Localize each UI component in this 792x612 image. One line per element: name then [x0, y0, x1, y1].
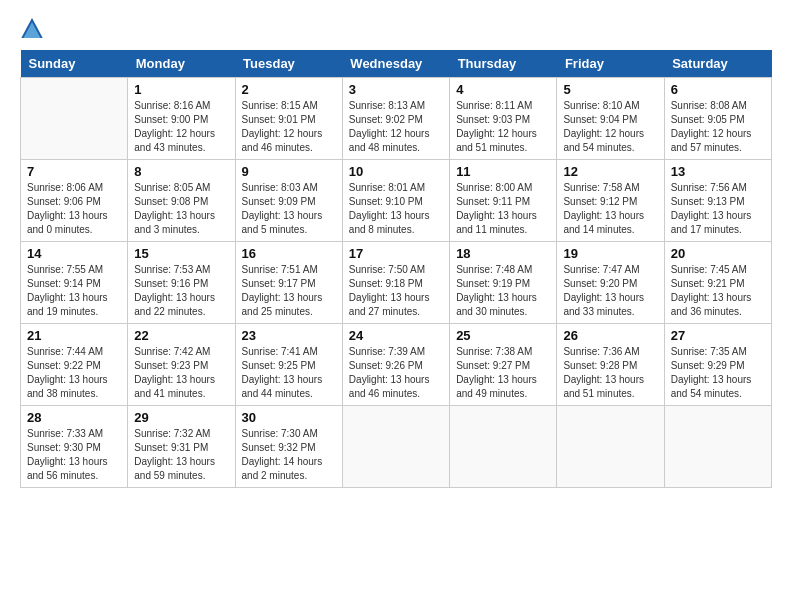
day-info: Sunrise: 7:41 AM Sunset: 9:25 PM Dayligh… [242, 345, 336, 401]
day-info: Sunrise: 7:39 AM Sunset: 9:26 PM Dayligh… [349, 345, 443, 401]
day-number: 22 [134, 328, 228, 343]
day-number: 26 [563, 328, 657, 343]
day-info: Sunrise: 7:56 AM Sunset: 9:13 PM Dayligh… [671, 181, 765, 237]
calendar-cell: 21Sunrise: 7:44 AM Sunset: 9:22 PM Dayli… [21, 324, 128, 406]
day-number: 18 [456, 246, 550, 261]
calendar-cell: 5Sunrise: 8:10 AM Sunset: 9:04 PM Daylig… [557, 78, 664, 160]
calendar-cell: 23Sunrise: 7:41 AM Sunset: 9:25 PM Dayli… [235, 324, 342, 406]
day-info: Sunrise: 7:50 AM Sunset: 9:18 PM Dayligh… [349, 263, 443, 319]
day-number: 30 [242, 410, 336, 425]
calendar-cell: 10Sunrise: 8:01 AM Sunset: 9:10 PM Dayli… [342, 160, 449, 242]
header-day-tuesday: Tuesday [235, 50, 342, 78]
calendar-cell: 30Sunrise: 7:30 AM Sunset: 9:32 PM Dayli… [235, 406, 342, 488]
day-number: 17 [349, 246, 443, 261]
day-info: Sunrise: 8:03 AM Sunset: 9:09 PM Dayligh… [242, 181, 336, 237]
header-day-thursday: Thursday [450, 50, 557, 78]
logo-icon [20, 18, 44, 38]
header-day-sunday: Sunday [21, 50, 128, 78]
day-info: Sunrise: 7:58 AM Sunset: 9:12 PM Dayligh… [563, 181, 657, 237]
calendar-cell: 20Sunrise: 7:45 AM Sunset: 9:21 PM Dayli… [664, 242, 771, 324]
day-info: Sunrise: 8:08 AM Sunset: 9:05 PM Dayligh… [671, 99, 765, 155]
day-number: 6 [671, 82, 765, 97]
day-number: 5 [563, 82, 657, 97]
day-info: Sunrise: 7:44 AM Sunset: 9:22 PM Dayligh… [27, 345, 121, 401]
day-number: 7 [27, 164, 121, 179]
calendar-cell: 14Sunrise: 7:55 AM Sunset: 9:14 PM Dayli… [21, 242, 128, 324]
day-number: 15 [134, 246, 228, 261]
header-day-wednesday: Wednesday [342, 50, 449, 78]
calendar-cell: 18Sunrise: 7:48 AM Sunset: 9:19 PM Dayli… [450, 242, 557, 324]
day-info: Sunrise: 7:30 AM Sunset: 9:32 PM Dayligh… [242, 427, 336, 483]
calendar-cell: 26Sunrise: 7:36 AM Sunset: 9:28 PM Dayli… [557, 324, 664, 406]
calendar-cell [342, 406, 449, 488]
calendar-cell: 28Sunrise: 7:33 AM Sunset: 9:30 PM Dayli… [21, 406, 128, 488]
day-number: 20 [671, 246, 765, 261]
day-number: 29 [134, 410, 228, 425]
day-number: 21 [27, 328, 121, 343]
day-info: Sunrise: 8:06 AM Sunset: 9:06 PM Dayligh… [27, 181, 121, 237]
calendar-cell: 7Sunrise: 8:06 AM Sunset: 9:06 PM Daylig… [21, 160, 128, 242]
calendar-cell: 9Sunrise: 8:03 AM Sunset: 9:09 PM Daylig… [235, 160, 342, 242]
calendar-week-row: 28Sunrise: 7:33 AM Sunset: 9:30 PM Dayli… [21, 406, 772, 488]
calendar-week-row: 21Sunrise: 7:44 AM Sunset: 9:22 PM Dayli… [21, 324, 772, 406]
day-number: 28 [27, 410, 121, 425]
day-number: 3 [349, 82, 443, 97]
calendar-cell: 15Sunrise: 7:53 AM Sunset: 9:16 PM Dayli… [128, 242, 235, 324]
day-info: Sunrise: 8:10 AM Sunset: 9:04 PM Dayligh… [563, 99, 657, 155]
day-info: Sunrise: 8:15 AM Sunset: 9:01 PM Dayligh… [242, 99, 336, 155]
calendar-cell: 12Sunrise: 7:58 AM Sunset: 9:12 PM Dayli… [557, 160, 664, 242]
day-info: Sunrise: 7:51 AM Sunset: 9:17 PM Dayligh… [242, 263, 336, 319]
day-info: Sunrise: 7:36 AM Sunset: 9:28 PM Dayligh… [563, 345, 657, 401]
calendar-table: SundayMondayTuesdayWednesdayThursdayFrid… [20, 50, 772, 488]
calendar-cell: 16Sunrise: 7:51 AM Sunset: 9:17 PM Dayli… [235, 242, 342, 324]
calendar-cell: 25Sunrise: 7:38 AM Sunset: 9:27 PM Dayli… [450, 324, 557, 406]
day-number: 23 [242, 328, 336, 343]
calendar-cell: 24Sunrise: 7:39 AM Sunset: 9:26 PM Dayli… [342, 324, 449, 406]
day-info: Sunrise: 8:00 AM Sunset: 9:11 PM Dayligh… [456, 181, 550, 237]
day-number: 1 [134, 82, 228, 97]
day-info: Sunrise: 7:45 AM Sunset: 9:21 PM Dayligh… [671, 263, 765, 319]
calendar-cell: 6Sunrise: 8:08 AM Sunset: 9:05 PM Daylig… [664, 78, 771, 160]
calendar-cell: 4Sunrise: 8:11 AM Sunset: 9:03 PM Daylig… [450, 78, 557, 160]
day-number: 8 [134, 164, 228, 179]
header [20, 20, 772, 40]
day-number: 9 [242, 164, 336, 179]
day-number: 24 [349, 328, 443, 343]
calendar-cell: 22Sunrise: 7:42 AM Sunset: 9:23 PM Dayli… [128, 324, 235, 406]
calendar-cell: 19Sunrise: 7:47 AM Sunset: 9:20 PM Dayli… [557, 242, 664, 324]
calendar-cell: 27Sunrise: 7:35 AM Sunset: 9:29 PM Dayli… [664, 324, 771, 406]
day-info: Sunrise: 7:33 AM Sunset: 9:30 PM Dayligh… [27, 427, 121, 483]
day-info: Sunrise: 7:55 AM Sunset: 9:14 PM Dayligh… [27, 263, 121, 319]
calendar-week-row: 7Sunrise: 8:06 AM Sunset: 9:06 PM Daylig… [21, 160, 772, 242]
day-info: Sunrise: 7:53 AM Sunset: 9:16 PM Dayligh… [134, 263, 228, 319]
day-info: Sunrise: 7:32 AM Sunset: 9:31 PM Dayligh… [134, 427, 228, 483]
day-info: Sunrise: 8:01 AM Sunset: 9:10 PM Dayligh… [349, 181, 443, 237]
calendar-week-row: 14Sunrise: 7:55 AM Sunset: 9:14 PM Dayli… [21, 242, 772, 324]
day-info: Sunrise: 8:16 AM Sunset: 9:00 PM Dayligh… [134, 99, 228, 155]
day-info: Sunrise: 7:38 AM Sunset: 9:27 PM Dayligh… [456, 345, 550, 401]
day-info: Sunrise: 7:48 AM Sunset: 9:19 PM Dayligh… [456, 263, 550, 319]
day-number: 27 [671, 328, 765, 343]
day-info: Sunrise: 8:13 AM Sunset: 9:02 PM Dayligh… [349, 99, 443, 155]
calendar-cell: 11Sunrise: 8:00 AM Sunset: 9:11 PM Dayli… [450, 160, 557, 242]
calendar-cell: 8Sunrise: 8:05 AM Sunset: 9:08 PM Daylig… [128, 160, 235, 242]
day-number: 2 [242, 82, 336, 97]
calendar-cell [664, 406, 771, 488]
day-number: 12 [563, 164, 657, 179]
day-info: Sunrise: 7:35 AM Sunset: 9:29 PM Dayligh… [671, 345, 765, 401]
calendar-cell: 29Sunrise: 7:32 AM Sunset: 9:31 PM Dayli… [128, 406, 235, 488]
calendar-cell: 17Sunrise: 7:50 AM Sunset: 9:18 PM Dayli… [342, 242, 449, 324]
header-day-saturday: Saturday [664, 50, 771, 78]
day-number: 25 [456, 328, 550, 343]
calendar-cell: 2Sunrise: 8:15 AM Sunset: 9:01 PM Daylig… [235, 78, 342, 160]
calendar-cell [557, 406, 664, 488]
header-day-monday: Monday [128, 50, 235, 78]
day-info: Sunrise: 8:11 AM Sunset: 9:03 PM Dayligh… [456, 99, 550, 155]
day-info: Sunrise: 7:42 AM Sunset: 9:23 PM Dayligh… [134, 345, 228, 401]
header-day-friday: Friday [557, 50, 664, 78]
day-number: 14 [27, 246, 121, 261]
calendar-cell [21, 78, 128, 160]
day-number: 11 [456, 164, 550, 179]
day-number: 10 [349, 164, 443, 179]
day-number: 4 [456, 82, 550, 97]
